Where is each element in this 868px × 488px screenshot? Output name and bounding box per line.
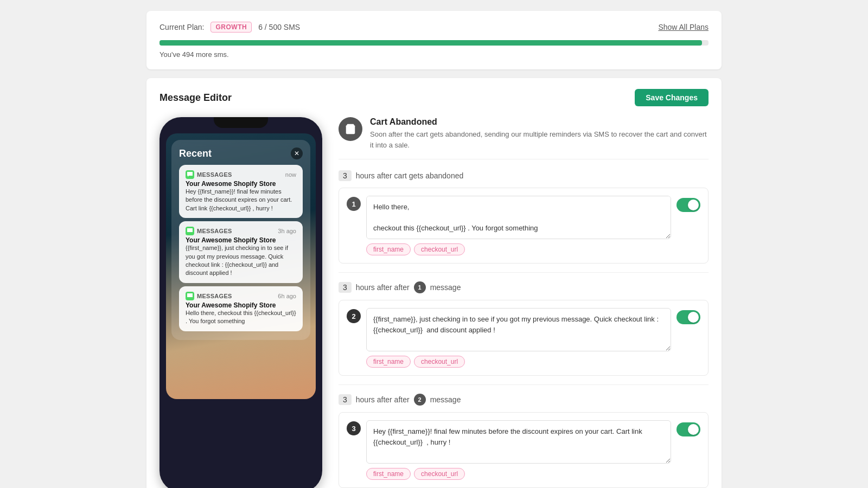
msg1-tag-checkout[interactable]: checkout_url bbox=[414, 243, 465, 255]
msg1-toggle[interactable] bbox=[676, 198, 700, 212]
plan-label: Current Plan: bbox=[159, 23, 204, 31]
notif-app-3: MESSAGES bbox=[186, 292, 232, 300]
msg1-tag-row: first_name checkout_url bbox=[366, 243, 700, 255]
sms-remaining: You've 494 more sms. bbox=[159, 50, 229, 59]
notif-item-header-2: MESSAGES 3h ago bbox=[186, 227, 296, 235]
notif-msg-3: Hello there, checkout this {{checkout_ur… bbox=[186, 309, 296, 326]
cart-info: Cart Abandoned Soon after the cart gets … bbox=[339, 117, 709, 159]
plan-left: Current Plan: GROWTH 6 / 500 SMS bbox=[159, 22, 300, 33]
msg1-toggle-wrap bbox=[676, 196, 700, 212]
timing-label-1: hours after cart gets abandoned bbox=[356, 171, 463, 180]
notif-store-2: Your Awesome Shopify Store bbox=[186, 236, 296, 244]
notif-app-name-1: MESSAGES bbox=[197, 171, 232, 178]
message-block-3: 3 Hey {{first_name}}! final few minutes … bbox=[339, 412, 709, 488]
timing-num-2: 3 bbox=[339, 282, 352, 293]
msg-num-1: 1 bbox=[347, 197, 361, 211]
msg3-tag-checkout[interactable]: checkout_url bbox=[414, 468, 465, 480]
divider-2 bbox=[339, 384, 709, 385]
message-block-header-1: 1 Hello there, checkout this {{checkout_… bbox=[347, 196, 700, 239]
notification-item-2: MESSAGES 3h ago Your Awesome Shopify Sto… bbox=[179, 221, 303, 283]
message-block-1: 1 Hello there, checkout this {{checkout_… bbox=[339, 188, 709, 264]
timing-circle-2: 1 bbox=[414, 281, 426, 293]
notification-panel: Recent ✕ MESSAGES bbox=[171, 140, 310, 340]
phone-notch bbox=[214, 117, 268, 128]
plan-badge: GROWTH bbox=[210, 22, 252, 33]
timing-num-3: 3 bbox=[339, 394, 352, 405]
notif-app-name-2: MESSAGES bbox=[197, 228, 232, 234]
notif-close-button[interactable]: ✕ bbox=[291, 147, 303, 159]
timing-msg-label-2: message bbox=[430, 283, 461, 292]
messages-icon-3 bbox=[186, 292, 194, 300]
progress-bar-fill bbox=[159, 40, 702, 46]
plan-header: Current Plan: GROWTH 6 / 500 SMS Show Al… bbox=[159, 22, 709, 33]
message-block-2: 2 {{first_name}}, just checking in to se… bbox=[339, 300, 709, 376]
notif-time-3: 6h ago bbox=[278, 293, 296, 299]
msg1-textarea[interactable]: Hello there, checkout this {{checkout_ur… bbox=[366, 196, 671, 239]
timing-row-1: 3 hours after cart gets abandoned bbox=[339, 170, 709, 181]
message-block-header-2: 2 {{first_name}}, just checking in to se… bbox=[347, 308, 700, 351]
notif-app-name-3: MESSAGES bbox=[197, 293, 232, 299]
timing-num-1: 3 bbox=[339, 170, 352, 181]
timing-msg-label-3: message bbox=[430, 395, 461, 404]
sms-count: 6 / 500 SMS bbox=[258, 23, 300, 31]
phone-screen: Recent ✕ MESSAGES bbox=[166, 133, 316, 399]
msg-num-2: 2 bbox=[347, 309, 361, 323]
messages-icon-1 bbox=[186, 170, 194, 179]
notif-header-row: Recent ✕ bbox=[179, 147, 303, 159]
cart-text: Cart Abandoned Soon after the cart gets … bbox=[370, 117, 709, 150]
timing-row-3: 3 hours after after 2 message bbox=[339, 394, 709, 406]
msg-num-3: 3 bbox=[347, 421, 361, 435]
notif-msg-2: {{first_name}}, just checking in to see … bbox=[186, 244, 296, 278]
notif-item-header-1: MESSAGES now bbox=[186, 170, 296, 179]
notification-item-3: MESSAGES 6h ago Your Awesome Shopify Sto… bbox=[179, 286, 303, 331]
msg1-tag-firstname[interactable]: first_name bbox=[366, 243, 411, 255]
timing-label-2: hours after after bbox=[356, 283, 410, 292]
cart-description: Soon after the cart gets abandoned, send… bbox=[370, 129, 709, 150]
timing-row-2: 3 hours after after 1 message bbox=[339, 281, 709, 293]
notification-item-1: MESSAGES now Your Awesome Shopify Store … bbox=[179, 165, 303, 218]
notif-store-1: Your Awesome Shopify Store bbox=[186, 180, 296, 188]
phone-mockup: Recent ✕ MESSAGES bbox=[159, 117, 322, 488]
show-all-plans-button[interactable]: Show All Plans bbox=[658, 23, 709, 31]
msg2-toggle[interactable] bbox=[676, 310, 700, 324]
msg2-tag-firstname[interactable]: first_name bbox=[366, 356, 411, 368]
msg2-textarea[interactable]: {{first_name}}, just checking in to see … bbox=[366, 308, 671, 351]
right-panel: Cart Abandoned Soon after the cart gets … bbox=[339, 117, 709, 488]
save-changes-button[interactable]: Save Changes bbox=[635, 89, 709, 106]
notif-store-3: Your Awesome Shopify Store bbox=[186, 301, 296, 309]
cart-abandoned-icon bbox=[339, 117, 362, 141]
msg3-textarea[interactable]: Hey {{first_name}}! final few minutes be… bbox=[366, 420, 671, 464]
cart-title: Cart Abandoned bbox=[370, 117, 709, 127]
editor-body: Recent ✕ MESSAGES bbox=[159, 117, 709, 488]
editor-header: Message Editor Save Changes bbox=[159, 89, 709, 106]
editor-title: Message Editor bbox=[159, 92, 232, 104]
msg2-tag-checkout[interactable]: checkout_url bbox=[414, 356, 465, 368]
notif-app-1: MESSAGES bbox=[186, 170, 232, 179]
notif-item-header-3: MESSAGES 6h ago bbox=[186, 292, 296, 300]
msg3-toggle[interactable] bbox=[676, 422, 700, 436]
editor-card: Message Editor Save Changes Recent ✕ bbox=[146, 78, 722, 488]
plan-card: Current Plan: GROWTH 6 / 500 SMS Show Al… bbox=[146, 11, 722, 69]
msg3-tag-row: first_name checkout_url bbox=[366, 468, 700, 480]
notif-msg-1: Hey {{first_name}}! final few minutes be… bbox=[186, 188, 296, 213]
message-block-header-3: 3 Hey {{first_name}}! final few minutes … bbox=[347, 420, 700, 464]
notif-panel-title: Recent bbox=[179, 148, 212, 159]
msg2-toggle-wrap bbox=[676, 308, 700, 324]
timing-circle-3: 2 bbox=[414, 394, 426, 406]
notif-time-1: now bbox=[285, 171, 296, 178]
progress-bar-container bbox=[159, 40, 709, 46]
msg2-tag-row: first_name checkout_url bbox=[366, 356, 700, 368]
msg3-toggle-wrap bbox=[676, 420, 700, 436]
divider-1 bbox=[339, 272, 709, 273]
timing-label-3: hours after after bbox=[356, 395, 410, 404]
notif-app-2: MESSAGES bbox=[186, 227, 232, 235]
messages-icon-2 bbox=[186, 227, 194, 235]
notif-time-2: 3h ago bbox=[278, 228, 296, 234]
msg3-tag-firstname[interactable]: first_name bbox=[366, 468, 411, 480]
